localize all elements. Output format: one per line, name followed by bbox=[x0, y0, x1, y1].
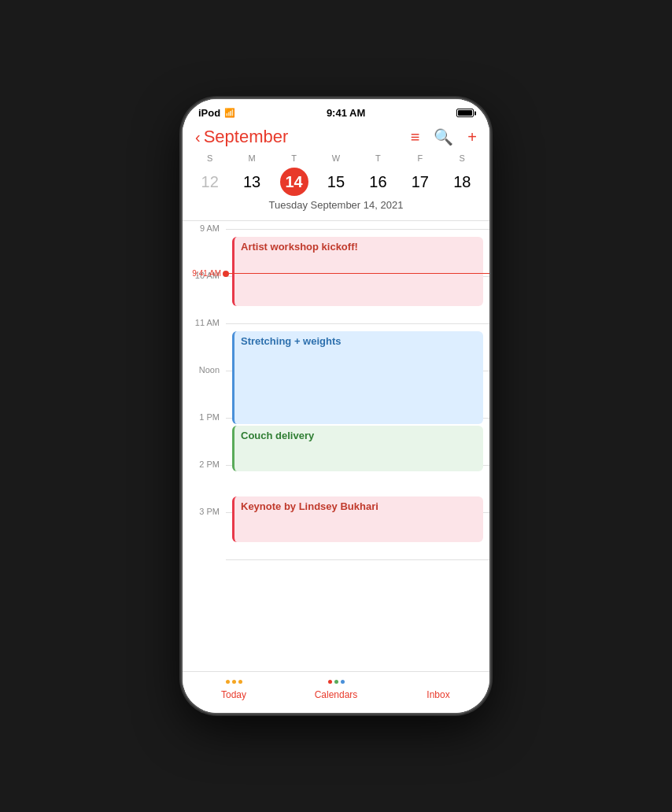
timeline[interactable]: 9 AM 10 AM 11 AM Noon bbox=[183, 221, 489, 671]
current-time-line bbox=[229, 273, 489, 274]
add-icon[interactable]: + bbox=[467, 128, 477, 146]
tab-today-dots bbox=[226, 680, 242, 686]
tab-cal-dot2 bbox=[334, 680, 338, 684]
status-left: iPod 📶 bbox=[198, 107, 235, 119]
day-15[interactable]: 15 bbox=[322, 168, 350, 196]
tab-inbox-label: Inbox bbox=[426, 689, 449, 700]
day-label-f: F bbox=[399, 153, 441, 163]
device-label: iPod bbox=[198, 107, 220, 119]
list-icon[interactable]: ≡ bbox=[411, 128, 420, 146]
battery-icon bbox=[456, 109, 474, 117]
month-title[interactable]: September bbox=[204, 127, 289, 147]
time-line-4pm bbox=[226, 559, 489, 560]
event-couch-delivery-title: Couch delivery bbox=[241, 430, 477, 441]
time-label-1pm: 1 PM bbox=[183, 412, 226, 422]
header-actions: ≡ 🔍 + bbox=[411, 127, 477, 146]
event-artist-workshop-title: Artist workshop kickoff! bbox=[241, 241, 477, 253]
month-nav[interactable]: ‹ September bbox=[195, 127, 288, 147]
search-icon[interactable]: 🔍 bbox=[434, 127, 453, 146]
status-bar: iPod 📶 9:41 AM bbox=[183, 99, 489, 124]
tab-cal-dot1 bbox=[328, 680, 332, 684]
event-keynote-title: Keynote by Lindsey Bukhari bbox=[241, 500, 477, 512]
device-screen: iPod 📶 9:41 AM ‹ September ≡ 🔍 + bbox=[183, 99, 489, 713]
day-12[interactable]: 12 bbox=[196, 168, 224, 196]
tab-today-dot2 bbox=[232, 680, 236, 684]
day-13[interactable]: 13 bbox=[238, 168, 266, 196]
day-label-w: W bbox=[315, 153, 356, 163]
day-labels: S M T W T F S bbox=[189, 153, 483, 163]
event-keynote[interactable]: Keynote by Lindsey Bukhari bbox=[232, 496, 483, 542]
tab-bar: Today Calendars Inbox bbox=[183, 671, 489, 713]
day-14-today[interactable]: 14 bbox=[280, 168, 308, 196]
event-stretching-title: Stretching + weights bbox=[241, 335, 477, 347]
week-strip: S M T W T F S 12 13 14 15 16 17 18 Tuesd… bbox=[183, 153, 489, 220]
day-label-m: M bbox=[231, 153, 272, 163]
status-time: 9:41 AM bbox=[327, 107, 365, 119]
timeline-inner: 9 AM 10 AM 11 AM Noon bbox=[183, 229, 489, 622]
day-label-s1: S bbox=[189, 153, 231, 163]
tab-today-dot3 bbox=[238, 680, 242, 684]
day-numbers: 12 13 14 15 16 17 18 bbox=[189, 168, 483, 196]
tab-inbox[interactable]: Inbox bbox=[387, 680, 489, 700]
time-label-9am: 9 AM bbox=[183, 223, 226, 233]
back-chevron-icon[interactable]: ‹ bbox=[195, 128, 201, 146]
wifi-icon: 📶 bbox=[224, 108, 235, 118]
day-label-s2: S bbox=[441, 153, 483, 163]
current-time-dot bbox=[223, 271, 229, 277]
tab-calendars-label: Calendars bbox=[315, 689, 358, 700]
time-line-11am bbox=[226, 323, 489, 324]
tab-today[interactable]: Today bbox=[183, 680, 285, 700]
time-label-11am: 11 AM bbox=[183, 318, 226, 327]
date-subtitle: Tuesday September 14, 2021 bbox=[189, 196, 483, 217]
tab-today-dot1 bbox=[226, 680, 230, 684]
tab-today-label: Today bbox=[221, 689, 246, 700]
time-label-2pm: 2 PM bbox=[183, 460, 226, 469]
day-17[interactable]: 17 bbox=[406, 168, 434, 196]
day-label-t2: T bbox=[357, 153, 399, 163]
day-18[interactable]: 18 bbox=[448, 168, 476, 196]
calendar-header: ‹ September ≡ 🔍 + bbox=[183, 124, 489, 153]
time-label-noon: Noon bbox=[183, 365, 226, 375]
battery-fill bbox=[458, 110, 472, 116]
tab-calendars-dots bbox=[328, 680, 345, 686]
time-row-4pm bbox=[183, 559, 489, 607]
time-line-9am bbox=[226, 229, 489, 230]
device-frame: iPod 📶 9:41 AM ‹ September ≡ 🔍 + bbox=[183, 99, 489, 713]
current-time-row: 9:41 AM bbox=[183, 269, 489, 278]
current-time-label: 9:41 AM bbox=[183, 269, 226, 278]
day-16[interactable]: 16 bbox=[364, 168, 392, 196]
time-label-3pm: 3 PM bbox=[183, 507, 226, 516]
tab-cal-dot3 bbox=[341, 680, 345, 684]
tab-calendars[interactable]: Calendars bbox=[285, 680, 387, 700]
event-stretching[interactable]: Stretching + weights bbox=[232, 331, 483, 424]
status-right bbox=[456, 109, 474, 117]
event-couch-delivery[interactable]: Couch delivery bbox=[232, 426, 483, 471]
day-label-t1: T bbox=[273, 153, 315, 163]
